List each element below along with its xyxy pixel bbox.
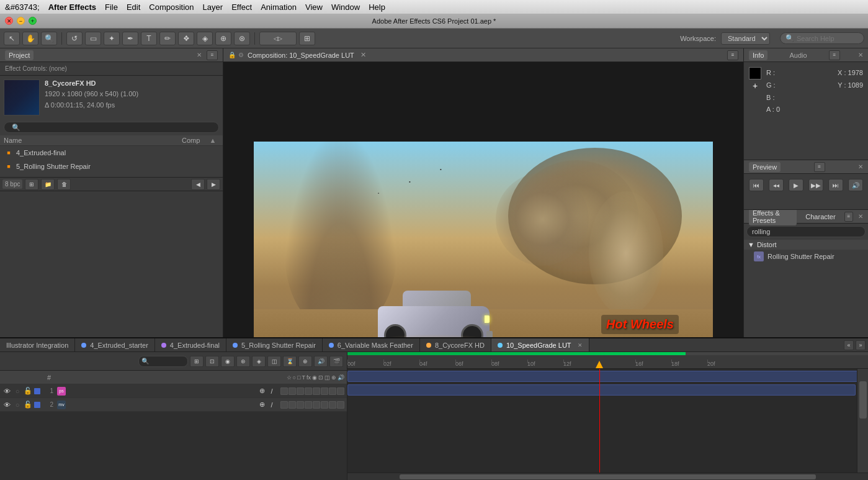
- layer-pen-2[interactable]: /: [267, 401, 276, 409]
- project-search-input[interactable]: [4, 122, 219, 133]
- layer-switch-2f[interactable]: [321, 401, 328, 409]
- layer-switch-1f[interactable]: [321, 387, 328, 395]
- scroll-left-btn[interactable]: ◀: [191, 179, 205, 190]
- layer-solo-btn-2[interactable]: ○: [13, 401, 22, 409]
- preview-panel-close[interactable]: ✕: [858, 163, 863, 170]
- new-folder-btn[interactable]: 📁: [41, 179, 55, 190]
- comp-tab-label[interactable]: Composition: 10_SpeedGrade LUT: [248, 52, 354, 59]
- layer-switch-2a[interactable]: [280, 401, 288, 409]
- apple-menu[interactable]: &#63743;: [5, 2, 40, 12]
- tool-stamp[interactable]: ❖: [178, 32, 194, 45]
- layer-visibility-btn-2[interactable]: 👁: [2, 401, 11, 409]
- layer-switch-2h[interactable]: [337, 401, 344, 409]
- layer-switch-2c[interactable]: [297, 401, 304, 409]
- timeline-tab-cycoreFX[interactable]: 8_CycoreFX HD: [420, 338, 491, 352]
- info-panel-menu[interactable]: ≡: [829, 50, 840, 60]
- comp-panel-menu[interactable]: ≡: [727, 50, 738, 60]
- new-composition-btn[interactable]: ⊞: [25, 179, 38, 190]
- tool-feather[interactable]: ✦: [104, 32, 120, 45]
- timeline-tab-speedgrade[interactable]: 10_SpeedGrade LUT ✕: [491, 338, 589, 352]
- layer-lock-btn-1[interactable]: 🔓: [24, 387, 32, 396]
- play-btn[interactable]: ▶: [789, 179, 803, 191]
- layer-anchor-1[interactable]: ⊕: [257, 387, 266, 396]
- menu-view[interactable]: View: [305, 2, 323, 12]
- tool-zoom[interactable]: 🔍: [41, 32, 57, 45]
- effects-tab[interactable]: Effects & Presets: [749, 210, 797, 225]
- menu-edit[interactable]: Edit: [127, 2, 140, 12]
- timeline-tracks[interactable]: [347, 369, 868, 473]
- timeline-ctrl-3[interactable]: ◉: [221, 356, 235, 367]
- expand-tab-btn[interactable]: »: [856, 340, 866, 350]
- audio-toggle-btn[interactable]: 🔊: [848, 179, 863, 191]
- close-button[interactable]: ✕: [5, 17, 13, 25]
- project-search-bar[interactable]: [0, 119, 223, 135]
- timeline-ctrl-5[interactable]: ◈: [252, 356, 266, 367]
- effect-rolling-shutter[interactable]: fx Rolling Shutter Repair: [744, 250, 868, 263]
- menu-effect[interactable]: Effect: [231, 2, 252, 12]
- tool-paint[interactable]: ✏: [159, 32, 176, 45]
- layer-pen-1[interactable]: /: [267, 387, 276, 396]
- tool-pen[interactable]: ✒: [122, 32, 138, 45]
- menu-composition[interactable]: Composition: [149, 2, 194, 12]
- timeline-ctrl-4[interactable]: ⊛: [236, 356, 250, 367]
- tool-text[interactable]: T: [141, 32, 157, 45]
- layer-anchor-2[interactable]: ⊕: [257, 401, 266, 409]
- info-panel-close[interactable]: ✕: [858, 52, 863, 58]
- timeline-tab-variable[interactable]: 6_Variable Mask Feather: [323, 338, 420, 352]
- layer-switch-2b[interactable]: [289, 401, 296, 409]
- tool-mask[interactable]: ▭: [85, 32, 101, 45]
- step-forward-btn[interactable]: ▶▶: [808, 179, 823, 191]
- tool-hand[interactable]: ✋: [22, 32, 38, 45]
- list-item[interactable]: ■ 5_Rolling Shutter Repair: [0, 160, 223, 173]
- panel-tab-project[interactable]: Project: [5, 50, 34, 60]
- preview-tab[interactable]: Preview: [749, 162, 781, 172]
- menu-window[interactable]: Window: [331, 2, 360, 12]
- menu-animation[interactable]: Animation: [261, 2, 297, 12]
- info-tab[interactable]: Info: [749, 50, 767, 60]
- tool-roto[interactable]: ⊕: [215, 32, 231, 45]
- timeline-tab-extruded-starter[interactable]: 4_Extruded_starter: [75, 338, 155, 352]
- timeline-scroll-bar[interactable]: [347, 473, 868, 480]
- tool-snap[interactable]: ◁▷: [259, 32, 297, 45]
- layer-switch-1c[interactable]: [297, 387, 304, 395]
- effects-panel-close[interactable]: ✕: [858, 213, 863, 220]
- preview-panel-menu[interactable]: ≡: [814, 162, 825, 172]
- delete-item-btn[interactable]: 🗑: [57, 179, 71, 190]
- scroll-right-btn[interactable]: ▶: [207, 179, 220, 190]
- menu-help[interactable]: Help: [369, 2, 385, 12]
- timeline-tab-illustrator[interactable]: Illustrator Integration: [0, 338, 75, 352]
- effects-search-input[interactable]: [746, 226, 866, 237]
- layer-switch-2g[interactable]: [329, 401, 336, 409]
- layer-lock-btn-2[interactable]: 🔓: [24, 401, 32, 409]
- layer-solo-btn-1[interactable]: ○: [13, 387, 22, 396]
- layer-switch-2d[interactable]: [305, 401, 312, 409]
- layer-switch-1b[interactable]: [289, 387, 296, 395]
- workspace-select[interactable]: Standard: [721, 32, 770, 45]
- minimize-button[interactable]: −: [17, 17, 25, 25]
- timeline-ctrl-9[interactable]: 🔊: [314, 356, 328, 367]
- goto-end-btn[interactable]: ⏭: [828, 179, 843, 191]
- timeline-ctrl-2[interactable]: ⊡: [205, 356, 219, 367]
- timeline-tab-rolling[interactable]: 5_Rolling Shutter Repair: [226, 338, 323, 352]
- timeline-scroll-right[interactable]: [857, 369, 868, 473]
- panel-close-project[interactable]: ✕: [197, 52, 202, 58]
- timeline-ctrl-6[interactable]: ◫: [267, 356, 281, 367]
- menu-file[interactable]: File: [105, 2, 118, 12]
- layer-switch-1h[interactable]: [337, 387, 344, 395]
- tool-puppet[interactable]: ⊛: [234, 32, 250, 45]
- effects-category-distort[interactable]: ▼ Distort: [744, 240, 868, 250]
- effects-panel-menu[interactable]: ≡: [844, 212, 853, 222]
- collapse-tab-btn[interactable]: «: [844, 340, 854, 350]
- app-name[interactable]: After Effects: [48, 2, 96, 12]
- tool-eraser[interactable]: ◈: [197, 32, 213, 45]
- timeline-ctrl-7[interactable]: ⌛: [283, 356, 297, 367]
- layer-switch-1g[interactable]: [329, 387, 336, 395]
- tool-pin[interactable]: ⊞: [299, 32, 315, 45]
- maximize-button[interactable]: +: [29, 17, 37, 25]
- goto-start-btn[interactable]: ⏮: [749, 179, 764, 191]
- layer-visibility-btn-1[interactable]: 👁: [2, 387, 11, 396]
- tool-rotate[interactable]: ↺: [66, 32, 83, 45]
- timeline-ctrl-10[interactable]: 🎬: [329, 356, 343, 367]
- timeline-ctrl-1[interactable]: ⊞: [190, 356, 204, 367]
- tool-arrow[interactable]: ↖: [4, 32, 20, 45]
